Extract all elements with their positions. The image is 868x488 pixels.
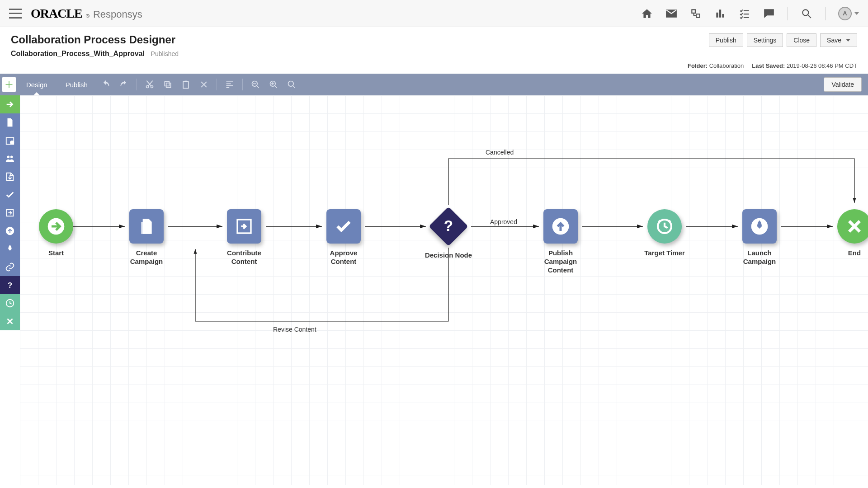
node-label: Launch Campaign: [732, 249, 787, 266]
canvas[interactable]: Start Create Campaign Contribute Content…: [20, 95, 868, 485]
process-name: Collaboration_Process_With_Approval: [11, 50, 145, 58]
separator: [825, 7, 826, 20]
palette-group-icon[interactable]: [0, 150, 20, 168]
top-bar-right: A: [641, 7, 859, 20]
close-icon: [837, 209, 868, 244]
settings-button[interactable]: Settings: [747, 33, 783, 47]
search-icon[interactable]: [801, 8, 812, 19]
tab-design[interactable]: Design: [18, 74, 56, 95]
home-icon[interactable]: [641, 8, 653, 19]
node-contribute-content[interactable]: Contribute Content: [217, 209, 271, 266]
node-approve-content[interactable]: Approve Content: [316, 209, 371, 266]
upload-icon: [543, 209, 578, 244]
svg-text:?: ?: [444, 217, 453, 234]
node-target-timer[interactable]: Target Timer: [637, 209, 692, 258]
folder-value: Collaboration: [709, 62, 744, 69]
redo-icon[interactable]: [116, 76, 132, 93]
node-create-campaign[interactable]: Create Campaign: [119, 209, 174, 266]
edges-layer: [20, 95, 868, 485]
svg-point-13: [10, 156, 13, 159]
svg-rect-3: [165, 81, 169, 86]
validate-button[interactable]: Validate: [824, 77, 862, 92]
node-label: Target Timer: [644, 249, 684, 258]
question-icon: ?: [429, 206, 468, 246]
copy-icon[interactable]: [160, 76, 176, 93]
node-publish-content[interactable]: Publish Campaign Content: [533, 209, 588, 274]
zoom-in-icon[interactable]: [265, 76, 282, 93]
add-icon[interactable]: [2, 77, 16, 92]
separator: [137, 79, 137, 90]
analytics-icon[interactable]: [714, 8, 726, 19]
svg-rect-6: [184, 81, 187, 82]
edge-label-approved: Approved: [490, 218, 517, 225]
node-label: Decision Node: [425, 251, 472, 260]
paste-icon[interactable]: [178, 76, 194, 93]
program-icon[interactable]: [690, 8, 702, 19]
main: ? Start: [0, 95, 868, 485]
meta-row: Folder: Collaboration Last Saved: 2019-0…: [0, 62, 868, 74]
close-button[interactable]: Close: [787, 33, 816, 47]
node-label: Approve Content: [316, 249, 371, 266]
publish-button[interactable]: Publish: [709, 33, 743, 47]
palette-approve-icon[interactable]: [0, 186, 20, 204]
separator: [788, 7, 788, 20]
brand: ORACLE® Responsys: [31, 6, 142, 21]
tasks-icon[interactable]: [739, 8, 750, 19]
undo-icon[interactable]: [98, 76, 114, 93]
save-button[interactable]: Save: [820, 33, 857, 47]
check-icon: [326, 209, 361, 244]
palette-launch-icon[interactable]: [0, 240, 20, 258]
palette-end-icon[interactable]: [0, 312, 20, 330]
page-actions: Publish Settings Close Save: [709, 33, 857, 47]
oracle-logo: ORACLE: [31, 6, 82, 21]
chevron-down-icon: [846, 39, 850, 42]
start-icon: [39, 209, 73, 244]
delete-icon[interactable]: [196, 76, 212, 93]
folder-label: Folder:: [688, 62, 708, 69]
node-label: End: [848, 249, 861, 258]
chat-icon[interactable]: [763, 8, 775, 19]
align-icon[interactable]: [222, 76, 238, 93]
node-start[interactable]: Start: [29, 209, 83, 258]
mail-icon[interactable]: [665, 8, 677, 19]
menu-icon[interactable]: [9, 9, 22, 19]
node-label: Contribute Content: [217, 249, 271, 266]
palette-export-icon[interactable]: [0, 204, 20, 222]
separator: [242, 79, 243, 90]
palette-link-icon[interactable]: [0, 258, 20, 276]
user-menu[interactable]: A: [838, 7, 859, 20]
svg-text:?: ?: [8, 281, 12, 289]
palette-start-icon[interactable]: [0, 95, 20, 113]
chevron-down-icon: [854, 12, 859, 15]
page-title: Collaboration Process Designer: [11, 33, 179, 46]
zoom-fit-icon[interactable]: [283, 76, 300, 93]
contribute-icon: [227, 209, 261, 244]
tab-publish[interactable]: Publish: [57, 74, 96, 95]
palette-timer-icon[interactable]: [0, 294, 20, 312]
node-label: Create Campaign: [119, 249, 174, 266]
registered-mark: ®: [86, 13, 90, 19]
node-label: Start: [48, 249, 64, 258]
status-badge: Published: [151, 50, 179, 57]
svg-point-9: [288, 81, 293, 87]
palette-decision-icon[interactable]: ?: [0, 276, 20, 294]
palette-import-icon[interactable]: [0, 168, 20, 186]
palette-upload-icon[interactable]: [0, 222, 20, 240]
svg-rect-4: [166, 83, 171, 88]
cut-icon[interactable]: [142, 76, 158, 93]
product-name: Responsys: [93, 9, 142, 20]
page-header: Collaboration Process Designer Collabora…: [0, 27, 868, 62]
palette-document-icon[interactable]: [0, 113, 20, 131]
timer-icon: [647, 209, 682, 244]
palette-schedule-icon[interactable]: [0, 131, 20, 150]
avatar: A: [838, 7, 852, 20]
node-label: Publish Campaign Content: [533, 249, 588, 274]
edge-label-revise: Revise Content: [273, 326, 316, 333]
edge-label-cancelled: Cancelled: [486, 149, 514, 156]
last-saved-label: Last Saved:: [752, 62, 785, 69]
zoom-out-icon[interactable]: [247, 76, 264, 93]
node-decision[interactable]: ? Decision Node: [421, 212, 476, 260]
separator: [217, 79, 217, 90]
node-end[interactable]: End: [827, 209, 868, 258]
node-launch-campaign[interactable]: Launch Campaign: [732, 209, 787, 266]
